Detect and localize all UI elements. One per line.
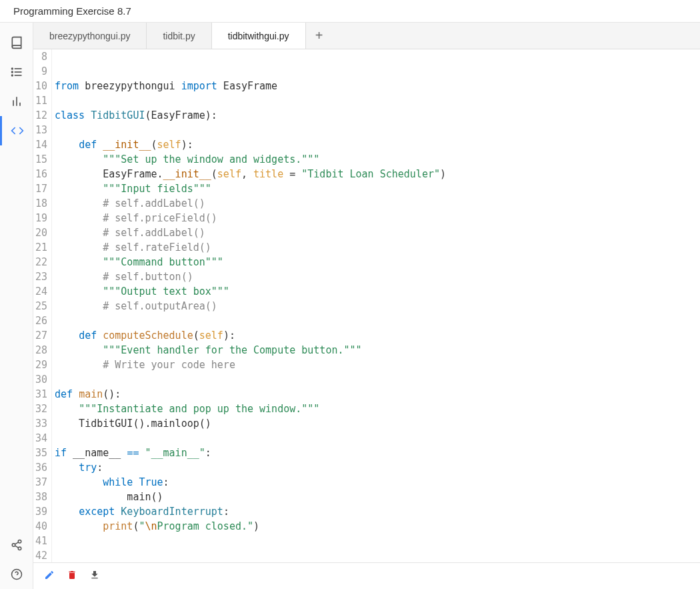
code-line[interactable]: except KeyboardInterrupt:: [55, 504, 700, 519]
line-number: 20: [33, 225, 47, 240]
book-icon[interactable]: [0, 28, 33, 57]
line-number: 32: [33, 402, 47, 416]
line-number: 29: [33, 358, 47, 372]
code-line[interactable]: def __init__(self):: [55, 137, 700, 152]
line-number: 10: [33, 79, 47, 93]
line-number: 25: [33, 299, 47, 314]
code-line[interactable]: """Instantiate and pop up the window.""": [55, 402, 700, 416]
svg-point-4: [11, 71, 13, 73]
line-number: 42: [33, 548, 47, 562]
code-content[interactable]: from breezypythongui import EasyFrame cl…: [52, 49, 700, 562]
code-line[interactable]: # self.button(): [55, 269, 700, 284]
line-number: 14: [33, 137, 47, 152]
line-number-gutter: 8910111213141516171819202122232425262728…: [33, 49, 52, 562]
code-line[interactable]: # self.addLabel(): [55, 196, 700, 211]
help-icon[interactable]: [0, 560, 33, 589]
code-icon[interactable]: [0, 116, 33, 145]
svg-point-11: [18, 547, 21, 550]
code-line[interactable]: [55, 372, 700, 387]
line-number: 8: [33, 49, 47, 64]
line-number: 13: [33, 123, 47, 137]
code-line[interactable]: """Command button""": [55, 255, 700, 269]
tab-breezypythongui[interactable]: breezypythongui.py: [33, 23, 147, 49]
code-line[interactable]: """Event handler for the Compute button.…: [55, 343, 700, 358]
line-number: 9: [33, 64, 47, 79]
code-line[interactable]: # self.rateField(): [55, 240, 700, 255]
main-layout: breezypythongui.py tidbit.py tidbitwithg…: [0, 23, 700, 589]
line-number: 19: [33, 211, 47, 225]
line-number: 11: [33, 93, 47, 108]
code-line[interactable]: EasyFrame.__init__(self, title = "Tidbit…: [55, 167, 700, 181]
svg-point-10: [12, 544, 15, 547]
window-title: Programming Exercise 8.7: [0, 0, 700, 23]
svg-point-5: [11, 75, 13, 76]
line-number: 40: [33, 519, 47, 534]
tab-tidbit[interactable]: tidbit.py: [147, 23, 211, 49]
code-line[interactable]: [55, 93, 700, 108]
line-number: 12: [33, 108, 47, 123]
bottom-toolbar: [33, 562, 700, 589]
tab-tidbitwithgui[interactable]: tidbitwithgui.py: [212, 23, 306, 49]
line-number: 21: [33, 240, 47, 255]
line-number: 36: [33, 460, 47, 475]
line-number: 41: [33, 534, 47, 548]
code-line[interactable]: def computeSchedule(self):: [55, 328, 700, 343]
code-line[interactable]: # self.addLabel(): [55, 225, 700, 240]
code-line[interactable]: main(): [55, 490, 700, 504]
code-line[interactable]: def main():: [55, 387, 700, 402]
code-line[interactable]: """Set up the window and widgets.""": [55, 152, 700, 167]
line-number: 33: [33, 416, 47, 431]
left-rail: [0, 23, 33, 589]
code-line[interactable]: print("\nProgram closed."): [55, 519, 700, 534]
chart-icon[interactable]: [0, 87, 33, 116]
code-line[interactable]: [55, 123, 700, 137]
code-line[interactable]: [55, 64, 700, 79]
code-line[interactable]: class TidbitGUI(EasyFrame):: [55, 108, 700, 123]
svg-point-9: [18, 540, 21, 544]
edit-icon[interactable]: [44, 570, 55, 583]
line-number: 34: [33, 431, 47, 446]
code-line[interactable]: if __name__ == "__main__":: [55, 446, 700, 460]
code-line[interactable]: from breezypythongui import EasyFrame: [55, 79, 700, 93]
line-number: 24: [33, 284, 47, 299]
code-line[interactable]: # Write your code here: [55, 358, 700, 372]
svg-line-12: [15, 546, 18, 548]
code-line[interactable]: """Input fields""": [55, 181, 700, 196]
line-number: 39: [33, 504, 47, 519]
code-line[interactable]: [55, 548, 700, 562]
code-line[interactable]: while True:: [55, 475, 700, 490]
line-number: 17: [33, 181, 47, 196]
code-line[interactable]: # self.outputArea(): [55, 299, 700, 314]
line-number: 28: [33, 343, 47, 358]
line-number: 26: [33, 314, 47, 328]
code-line[interactable]: """Output text box""": [55, 284, 700, 299]
line-number: 15: [33, 152, 47, 167]
code-line[interactable]: [55, 534, 700, 548]
svg-point-3: [11, 68, 13, 69]
code-line[interactable]: # self.priceField(): [55, 211, 700, 225]
line-number: 23: [33, 269, 47, 284]
code-line[interactable]: [55, 431, 700, 446]
line-number: 31: [33, 387, 47, 402]
add-tab-button[interactable]: +: [306, 28, 333, 43]
editor-area: breezypythongui.py tidbit.py tidbitwithg…: [33, 23, 700, 589]
code-editor[interactable]: 8910111213141516171819202122232425262728…: [33, 49, 700, 562]
svg-line-13: [15, 542, 18, 544]
code-line[interactable]: TidbitGUI().mainloop(): [55, 416, 700, 431]
list-icon[interactable]: [0, 57, 33, 87]
line-number: 27: [33, 328, 47, 343]
code-line[interactable]: try:: [55, 460, 700, 475]
line-number: 35: [33, 446, 47, 460]
tab-bar: breezypythongui.py tidbit.py tidbitwithg…: [33, 23, 700, 49]
line-number: 22: [33, 255, 47, 269]
code-line[interactable]: [55, 314, 700, 328]
delete-icon[interactable]: [67, 570, 77, 583]
line-number: 18: [33, 196, 47, 211]
share-icon[interactable]: [0, 530, 33, 560]
line-number: 38: [33, 490, 47, 504]
download-icon[interactable]: [89, 570, 100, 583]
line-number: 37: [33, 475, 47, 490]
code-line[interactable]: [55, 49, 700, 64]
line-number: 30: [33, 372, 47, 387]
line-number: 16: [33, 167, 47, 181]
